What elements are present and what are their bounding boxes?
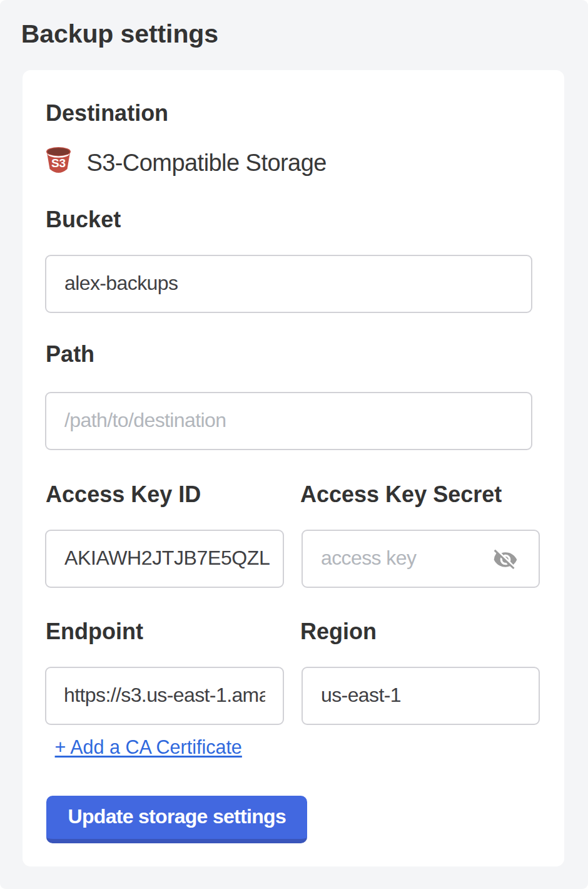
- svg-text:S3: S3: [51, 157, 65, 170]
